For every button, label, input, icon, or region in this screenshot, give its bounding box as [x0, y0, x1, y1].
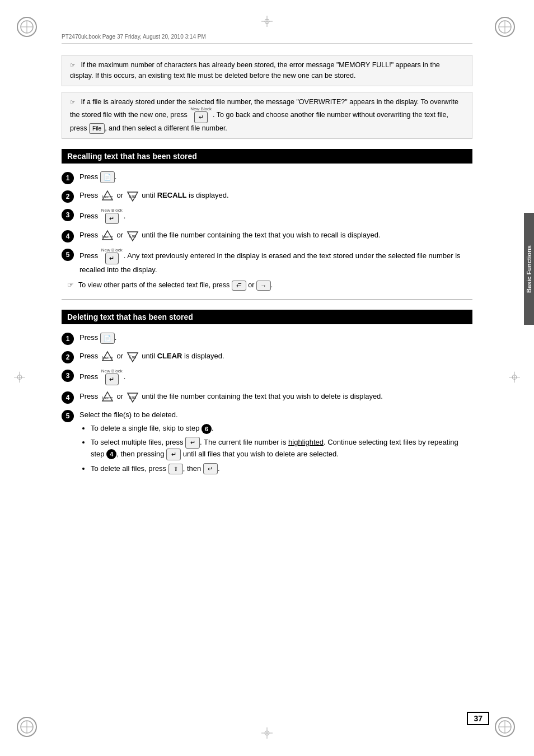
info-box-memory-full: ☞ If the maximum number of characters ha… — [62, 55, 472, 86]
delete-bullet-list: To delete a single file, skip to step 6.… — [91, 423, 472, 474]
step-num-1: 1 — [62, 172, 74, 184]
step-num-3: 3 — [62, 209, 74, 221]
memo-icon-2: ☞ — [70, 97, 76, 107]
file-key-recall-1: 📄 — [100, 171, 115, 183]
svg-text:Home: Home — [102, 195, 113, 199]
new-block-enter-key-3: New Block↵ — [101, 248, 123, 264]
home-key-4: Home — [101, 391, 114, 403]
svg-text:Home: Home — [102, 396, 113, 400]
file-key-delete-1: 📄 — [100, 333, 115, 344]
highlighted-text: highlighted — [288, 438, 324, 446]
delete-step-3: 3 Press New Block↵. — [62, 369, 472, 385]
delete-step-num-1: 1 — [62, 333, 74, 345]
recall-note: ☞ To view other parts of the selected te… — [67, 281, 472, 291]
shift-key: ⇧ — [168, 464, 183, 474]
new-block-enter-key-1: New Block ↵ — [190, 107, 212, 123]
svg-text:End: End — [129, 194, 136, 198]
delete-step-num-3: 3 — [62, 370, 74, 382]
step-num-4: 4 — [62, 230, 74, 242]
delete-step-content-5: Select the file(s) to be deleted. To del… — [79, 409, 472, 478]
home-key-3: Home — [101, 351, 114, 363]
delete-step-5: 5 Select the file(s) to be deleted. To d… — [62, 409, 472, 478]
delete-step-num-4: 4 — [62, 391, 74, 404]
reg-bottom-center — [261, 727, 273, 740]
corner-mark-tr — [495, 17, 517, 39]
svg-text:Home: Home — [102, 356, 113, 360]
reg-left-center — [14, 372, 25, 385]
step-num-2: 2 — [62, 190, 74, 203]
section-separator — [62, 299, 472, 300]
left-arrow-key: ←̅ — [232, 281, 246, 291]
step-content-3: Press New Block↵. — [79, 208, 472, 225]
recall-step-4: 4 Press Home or End until the file numbe… — [62, 230, 472, 242]
recall-step-2: 2 Press Home or End until RECALL is disp… — [62, 190, 472, 203]
step4-ref: 4 — [106, 449, 116, 459]
svg-text:End: End — [129, 355, 136, 359]
delete-step-2: 2 Press Home or End until CLEAR is displ… — [62, 351, 472, 363]
page-header: PT2470uk.book Page 37 Friday, August 20,… — [62, 34, 472, 44]
main-content: PT2470uk.book Page 37 Friday, August 20,… — [62, 34, 472, 477]
note-icon-recall: ☞ — [67, 281, 74, 289]
recall-step-3: 3 Press New Block↵. — [62, 208, 472, 225]
corner-mark-br — [495, 717, 517, 739]
step-content-4: Press Home or End until the file number … — [79, 230, 472, 242]
sidebar-label: Basic Functions — [524, 213, 534, 325]
end-key-2: End — [127, 230, 139, 242]
delete-step-4: 4 Press Home or End until the file numbe… — [62, 391, 472, 404]
right-arrow-key: →​ — [256, 281, 271, 291]
page-number: 37 — [467, 712, 489, 725]
home-key-2: Home — [101, 230, 114, 242]
delete-step-content-1: Press 📄. — [79, 332, 472, 344]
new-block-enter-key-4: New Block↵ — [101, 369, 123, 385]
delete-step-content-3: Press New Block↵. — [79, 369, 472, 385]
svg-text:Home: Home — [102, 235, 113, 239]
corner-mark-tl — [17, 17, 39, 39]
page: Basic Functions PT2470uk.book Page 37 Fr… — [0, 0, 534, 756]
delete-step-num-5: 5 — [62, 410, 74, 422]
keyword-recall: RECALL — [157, 191, 187, 199]
end-key-3: End — [127, 351, 139, 363]
keyword-clear: CLEAR — [157, 352, 182, 361]
svg-text:End: End — [129, 234, 136, 238]
note-text-recall: To view other parts of the selected text… — [78, 281, 273, 291]
reg-right-center — [509, 372, 520, 385]
new-block-enter-key-2: New Block↵ — [101, 208, 123, 225]
delete-step-content-4: Press Home or End until the file number … — [79, 391, 472, 403]
enter-key-1: ↵ — [185, 437, 200, 449]
memo-icon-1: ☞ — [70, 60, 76, 70]
recall-step-5: 5 Press New Block↵. Any text previously … — [62, 248, 472, 275]
file-key-1: File — [89, 123, 105, 134]
corner-mark-bl — [17, 717, 39, 739]
section-recall-title: Recalling text that has been stored — [62, 149, 472, 164]
bullet-item-1: To delete a single file, skip to step 6. — [91, 423, 472, 434]
step6-ref: 6 — [202, 424, 212, 434]
step-num-5: 5 — [62, 249, 74, 261]
end-key-1: End — [127, 190, 139, 202]
home-key-1: Home — [101, 190, 114, 202]
delete-step-num-2: 2 — [62, 351, 74, 363]
step-content-1: Press 📄. — [79, 171, 472, 183]
enter-key-2: ↵ — [166, 449, 181, 460]
svg-text:End: End — [129, 395, 136, 399]
section-delete-title: Deleting text that has been stored — [62, 310, 472, 324]
recall-step-1: 1 Press 📄. — [62, 171, 472, 184]
reg-top-center — [261, 16, 273, 29]
info-box-overwrite: ☞ If a file is already stored under the … — [62, 92, 472, 139]
step-content-5: Press New Block↵. Any text previously en… — [79, 248, 472, 275]
delete-step-content-2: Press Home or End until CLEAR is display… — [79, 351, 472, 363]
bullet-item-2: To select multiple files, press ↵. The c… — [91, 437, 472, 460]
bullet-item-3: To delete all files, press ⇧, then ↵. — [91, 463, 472, 475]
enter-key-3: ↵ — [203, 463, 218, 475]
delete-step-1: 1 Press 📄. — [62, 332, 472, 345]
step-content-2: Press Home or End until RECALL is displa… — [79, 190, 472, 202]
end-key-4: End — [127, 391, 139, 403]
